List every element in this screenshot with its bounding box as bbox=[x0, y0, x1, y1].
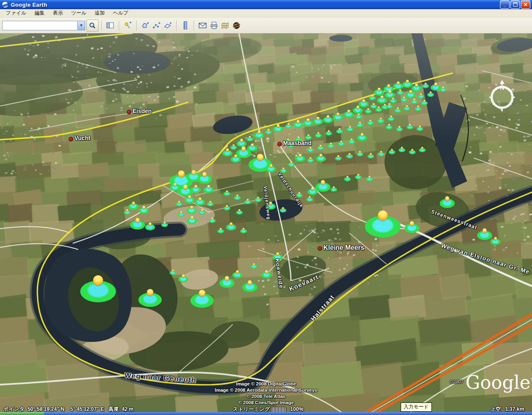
track-marker[interactable] bbox=[348, 140, 355, 144]
track-marker[interactable] bbox=[195, 199, 205, 205]
email-button[interactable] bbox=[197, 20, 208, 31]
track-marker[interactable] bbox=[421, 101, 428, 105]
close-button[interactable]: ✕ bbox=[521, 0, 530, 9]
track-marker[interactable] bbox=[234, 196, 241, 200]
track-marker[interactable] bbox=[431, 84, 441, 91]
track-marker[interactable] bbox=[230, 146, 237, 150]
track-marker[interactable] bbox=[190, 294, 214, 308]
image-overlay-add-button[interactable] bbox=[162, 20, 173, 31]
track-marker[interactable] bbox=[378, 152, 384, 156]
track-marker[interactable] bbox=[226, 224, 236, 230]
track-marker[interactable] bbox=[419, 148, 426, 152]
track-marker[interactable] bbox=[273, 126, 283, 132]
track-marker[interactable] bbox=[145, 224, 155, 230]
track-marker[interactable] bbox=[254, 132, 264, 138]
track-marker[interactable] bbox=[377, 97, 387, 104]
track-marker[interactable] bbox=[411, 85, 421, 91]
track-marker[interactable] bbox=[316, 156, 326, 162]
track-marker[interactable] bbox=[255, 198, 261, 202]
track-marker[interactable] bbox=[355, 175, 362, 179]
track-marker[interactable] bbox=[369, 96, 376, 100]
track-marker[interactable] bbox=[377, 119, 384, 123]
track-marker[interactable] bbox=[325, 131, 332, 136]
track-marker[interactable] bbox=[288, 163, 295, 167]
track-marker[interactable] bbox=[295, 156, 305, 162]
track-marker[interactable] bbox=[265, 130, 272, 134]
minimize-button[interactable]: _ bbox=[500, 0, 510, 9]
menu-file[interactable]: ファイル bbox=[2, 9, 30, 18]
show-in-maps-button[interactable] bbox=[219, 20, 231, 31]
track-marker[interactable] bbox=[307, 148, 314, 152]
track-marker[interactable] bbox=[170, 185, 180, 191]
track-marker[interactable] bbox=[409, 150, 416, 154]
track-marker[interactable] bbox=[209, 219, 216, 223]
placemark-add-button[interactable] bbox=[122, 20, 133, 31]
track-marker[interactable] bbox=[124, 210, 131, 215]
track-marker[interactable] bbox=[315, 183, 330, 192]
map-viewport[interactable]: EisdenVuchtMaasbandKleine MeersKoeweideK… bbox=[0, 33, 532, 415]
place-label[interactable]: Vucht bbox=[74, 135, 90, 141]
place-label[interactable]: Maasband bbox=[283, 140, 311, 146]
track-marker[interactable] bbox=[224, 192, 230, 196]
place-label[interactable]: Kleine Meers bbox=[323, 244, 365, 252]
track-marker[interactable] bbox=[187, 208, 197, 214]
track-marker[interactable] bbox=[128, 203, 138, 210]
track-marker[interactable] bbox=[477, 231, 492, 240]
track-marker[interactable] bbox=[359, 101, 369, 107]
track-marker[interactable] bbox=[386, 125, 392, 129]
track-marker[interactable] bbox=[367, 121, 374, 125]
menu-tools[interactable]: ツール bbox=[67, 9, 91, 18]
search-combobox[interactable]: ▼ bbox=[2, 21, 85, 30]
path-add-button[interactable] bbox=[151, 20, 162, 31]
track-marker[interactable] bbox=[178, 276, 188, 282]
restore-button[interactable] bbox=[510, 0, 520, 9]
track-marker[interactable] bbox=[266, 166, 276, 172]
track-marker[interactable] bbox=[285, 124, 292, 128]
track-marker[interactable] bbox=[390, 99, 397, 103]
track-marker[interactable] bbox=[388, 117, 394, 121]
track-marker[interactable] bbox=[199, 210, 205, 215]
track-marker[interactable] bbox=[440, 199, 455, 208]
track-marker[interactable] bbox=[344, 111, 354, 118]
track-marker[interactable] bbox=[365, 109, 372, 114]
track-marker[interactable] bbox=[305, 136, 312, 140]
track-marker[interactable] bbox=[357, 135, 367, 141]
track-marker[interactable] bbox=[246, 137, 253, 141]
track-marker[interactable] bbox=[418, 94, 424, 99]
menu-edit[interactable]: 編集 bbox=[30, 9, 49, 18]
track-marker[interactable] bbox=[236, 210, 243, 215]
compass[interactable]: N bbox=[487, 78, 517, 113]
track-marker[interactable] bbox=[394, 109, 401, 113]
track-marker[interactable] bbox=[138, 293, 162, 307]
track-marker[interactable] bbox=[336, 129, 343, 133]
earth-view-button[interactable] bbox=[231, 20, 242, 31]
track-marker[interactable] bbox=[393, 83, 403, 89]
track-marker[interactable] bbox=[204, 187, 214, 193]
track-marker[interactable] bbox=[80, 281, 116, 302]
track-marker[interactable] bbox=[222, 150, 232, 156]
track-marker[interactable] bbox=[375, 108, 382, 112]
track-marker[interactable] bbox=[251, 264, 257, 269]
track-marker[interactable] bbox=[242, 283, 257, 292]
track-marker[interactable] bbox=[323, 117, 333, 123]
track-marker[interactable] bbox=[338, 142, 345, 146]
track-marker[interactable] bbox=[293, 122, 303, 128]
track-marker[interactable] bbox=[396, 127, 403, 131]
track-marker[interactable] bbox=[347, 127, 353, 131]
track-marker[interactable] bbox=[187, 218, 197, 224]
track-marker[interactable] bbox=[490, 239, 500, 245]
track-marker[interactable] bbox=[333, 114, 343, 121]
track-marker[interactable] bbox=[385, 92, 395, 98]
track-marker[interactable] bbox=[303, 120, 313, 126]
track-marker[interactable] bbox=[374, 89, 384, 96]
menu-add[interactable]: 追加 bbox=[91, 9, 109, 18]
polygon-add-button[interactable] bbox=[140, 20, 151, 31]
track-marker[interactable] bbox=[217, 229, 224, 233]
track-marker[interactable] bbox=[317, 146, 324, 150]
track-marker[interactable] bbox=[232, 272, 242, 278]
track-marker[interactable] bbox=[422, 84, 429, 88]
track-marker[interactable] bbox=[416, 127, 423, 131]
track-marker[interactable] bbox=[406, 92, 416, 98]
track-marker[interactable] bbox=[170, 271, 176, 275]
track-marker[interactable] bbox=[406, 125, 413, 129]
